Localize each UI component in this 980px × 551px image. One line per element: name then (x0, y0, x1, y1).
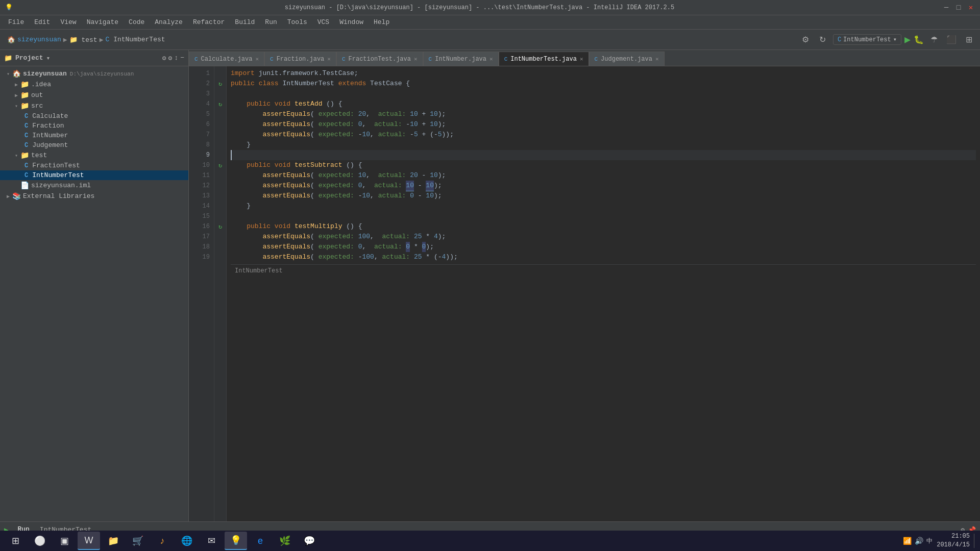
menu-file[interactable]: File (4, 17, 28, 27)
start-button[interactable]: ⊞ (4, 532, 27, 550)
breadcrumb-file: C IntNumberTest (106, 36, 165, 43)
code-line-7: assertEquals ( expected: - 10 , actual: … (231, 130, 976, 140)
menu-analyze[interactable]: Analyze (151, 17, 187, 27)
run-config-selector[interactable]: C IntNumberTest ▾ (833, 34, 901, 45)
taskbar-ie[interactable]: e (249, 532, 272, 550)
tab-fraction[interactable]: C Fraction.java ✕ (264, 52, 336, 66)
taskbar-clock[interactable]: 21:05 2018/4/15 (937, 532, 970, 549)
tab-intnumber[interactable]: C IntNumber.java ✕ (423, 52, 499, 66)
run-config-dropdown-icon[interactable]: ▾ (893, 36, 897, 43)
gutter: ↻ ↻ ↻ ↻ (214, 66, 227, 521)
menu-code[interactable]: Code (125, 17, 149, 27)
gutter-16[interactable]: ↻ (214, 221, 226, 232)
title-bar: 💡 sizeyunsuan - [D:\java\sizeyunsuan] - … (0, 0, 980, 15)
editor-tabs: C Calculate.java ✕ C Fraction.java ✕ C F… (189, 50, 980, 66)
tree-calculate[interactable]: C Calculate (0, 111, 188, 121)
taskbar-right: 📶 🔊 中 21:05 2018/4/15 (903, 532, 976, 549)
taskbar-search[interactable]: ⚪ (29, 532, 51, 550)
tree-judgement[interactable]: C Judgement (0, 140, 188, 150)
taskbar-chat[interactable]: 💬 (298, 532, 321, 550)
tab-calculate[interactable]: C Calculate.java ✕ (189, 52, 264, 66)
intnumbertest-icon: C (24, 172, 28, 179)
menu-edit[interactable]: Edit (30, 17, 54, 27)
intnumbertest-tab-close[interactable]: ✕ (580, 56, 583, 62)
taskbar-store[interactable]: 🛒 (127, 532, 149, 550)
menu-navigate[interactable]: Navigate (83, 17, 122, 27)
tree-root-path: D:\java\sizeyunsuan (70, 71, 134, 77)
intnumber-tab-close[interactable]: ✕ (489, 56, 493, 62)
tree-intnumber[interactable]: C IntNumber (0, 131, 188, 140)
menu-tools[interactable]: Tools (283, 17, 311, 27)
taskbar-leaf[interactable]: 🌿 (274, 532, 296, 550)
expand-icon[interactable]: ↕ (174, 54, 178, 62)
coverage-button[interactable]: ☂ (927, 33, 941, 47)
gutter-2[interactable]: ↻ (214, 79, 226, 89)
breadcrumb-folder: 📁 test (69, 36, 97, 44)
tree-test[interactable]: ▾ 📁 test (0, 150, 188, 161)
sync-button[interactable]: ↻ (816, 33, 830, 47)
line-num-19: 19 (193, 252, 210, 262)
fraction-tab-close[interactable]: ✕ (327, 56, 331, 62)
settings-button[interactable]: ⚙ (798, 33, 813, 47)
taskbar-explorer[interactable]: 📁 (102, 532, 125, 550)
tree-idea[interactable]: ▶ 📁 .idea (0, 79, 188, 90)
tab-intnumbertest[interactable]: C IntNumberTest.java ✕ (499, 52, 589, 66)
code-line-17: assertEquals ( expected: 100 , actual: 2… (231, 232, 976, 242)
external-icon: 📚 (12, 192, 21, 201)
tree-intnumbertest[interactable]: C IntNumberTest (0, 170, 188, 180)
taskbar-browser[interactable]: 🌐 (176, 532, 198, 550)
menu-help[interactable]: Help (370, 17, 394, 27)
menu-refactor[interactable]: Refactor (189, 17, 229, 27)
run-button[interactable]: ▶ (904, 33, 911, 46)
tree-out[interactable]: ▶ 📁 out (0, 90, 188, 101)
tree-external[interactable]: ▶ 📚 External Libraries (0, 191, 188, 202)
line-num-3: 3 (193, 89, 210, 99)
minimize-button[interactable]: ─ (942, 4, 950, 12)
tree-src[interactable]: ▾ 📁 src (0, 101, 188, 111)
taskbar-media[interactable]: ♪ (151, 532, 174, 550)
intnumbertest-tab-icon: C (504, 56, 508, 62)
close-button[interactable]: ✕ (967, 4, 975, 12)
tab-fractiontest[interactable]: C FractionTest.java ✕ (336, 52, 423, 66)
maximize-button[interactable]: □ (954, 4, 963, 12)
line-num-12: 12 (193, 181, 210, 191)
judgement-tab-close[interactable]: ✕ (655, 56, 659, 62)
menu-window[interactable]: Window (335, 17, 368, 27)
judgement-tab-icon: C (595, 56, 598, 62)
network-icon[interactable]: 📶 (903, 537, 912, 545)
tree-fraction[interactable]: C Fraction (0, 121, 188, 131)
stop-button[interactable]: ⬛ (944, 33, 959, 47)
tree-fractiontest[interactable]: C FractionTest (0, 161, 188, 170)
project-dropdown-icon[interactable]: ▾ (46, 54, 51, 62)
test-folder-icon: 📁 (20, 151, 29, 160)
menu-build[interactable]: Build (231, 17, 259, 27)
calculate-tab-close[interactable]: ✕ (255, 56, 259, 62)
volume-icon[interactable]: 🔊 (915, 537, 923, 545)
idea-folder-icon: 📁 (20, 80, 29, 89)
debug-button[interactable]: 🐛 (914, 35, 924, 45)
gutter-10[interactable]: ↻ (214, 160, 226, 170)
menu-view[interactable]: View (56, 17, 80, 27)
show-desktop[interactable] (974, 534, 976, 548)
taskbar-taskview[interactable]: ▣ (53, 532, 76, 550)
breadcrumb-project[interactable]: sizeyunsuan (17, 36, 61, 43)
taskbar-word[interactable]: W (78, 532, 100, 550)
code-line-10: public void testSubtract () { (231, 160, 976, 170)
taskbar-mail[interactable]: ✉ (200, 532, 223, 550)
main-layout: 📁 Project ▾ ⚙ ⚙ ↕ − ▾ 🏠 sizeyunsuan D:\j… (0, 50, 980, 521)
tab-judgement[interactable]: C Judgement.java ✕ (589, 52, 665, 66)
taskbar-intellij[interactable]: 💡 (225, 532, 247, 550)
sync-project-icon[interactable]: ⚙ (162, 54, 166, 62)
menu-run[interactable]: Run (261, 17, 281, 27)
menu-vcs[interactable]: VCS (313, 17, 333, 27)
layout-button[interactable]: ⊞ (962, 33, 976, 47)
code-content[interactable]: import junit.framework. TestCase ; publi… (227, 66, 980, 521)
collapse-icon[interactable]: − (180, 54, 184, 62)
fractiontest-tab-close[interactable]: ✕ (414, 56, 418, 62)
ime-icon[interactable]: 中 (926, 537, 933, 545)
tree-root[interactable]: ▾ 🏠 sizeyunsuan D:\java\sizeyunsuan (0, 68, 188, 79)
gear-icon[interactable]: ⚙ (168, 54, 173, 62)
editor-area[interactable]: 1 2 3 4 5 6 7 8 9 10 11 12 13 14 15 16 1… (189, 66, 980, 521)
gutter-4[interactable]: ↻ (214, 99, 226, 109)
tree-iml[interactable]: ▶ 📄 sizeyunsuan.iml (0, 180, 188, 191)
